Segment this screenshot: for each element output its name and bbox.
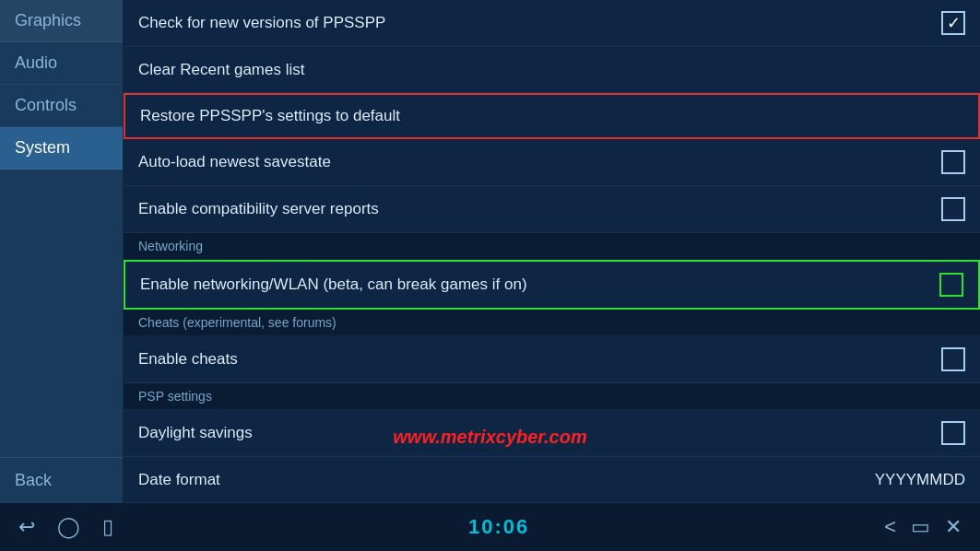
- screen-mirror-icon[interactable]: ▭: [911, 515, 930, 539]
- setting-value-date-format: YYYYMMDD: [875, 471, 965, 489]
- setting-label-auto-load-savestate: Auto-load newest savestate: [138, 153, 941, 171]
- setting-row-check-versions[interactable]: Check for new versions of PPSSPP✓: [124, 0, 980, 47]
- sidebar: Graphics Audio Controls System Back: [0, 0, 124, 503]
- checkbox-check-versions[interactable]: ✓: [941, 11, 965, 35]
- close-icon[interactable]: ✕: [945, 515, 962, 539]
- checkbox-daylight-savings[interactable]: [941, 421, 965, 445]
- setting-label-enable-cheats: Enable cheats: [138, 350, 941, 369]
- settings-list: Check for new versions of PPSSPP✓Clear R…: [124, 0, 980, 503]
- setting-label-restore-settings: Restore PPSSPP's settings to default: [140, 107, 963, 125]
- settings-content: Check for new versions of PPSSPP✓Clear R…: [124, 0, 980, 503]
- section-header-networking-header: Networking: [124, 233, 980, 260]
- sidebar-item-audio[interactable]: Audio: [0, 42, 123, 85]
- section-header-cheats-header: Cheats (experimental, see forums): [124, 310, 980, 336]
- setting-label-date-format: Date format: [138, 471, 860, 489]
- sidebar-item-system[interactable]: System: [0, 127, 123, 170]
- setting-label-check-versions: Check for new versions of PPSSPP: [138, 14, 941, 32]
- sidebar-item-controls[interactable]: Controls: [0, 85, 123, 127]
- recent-apps-icon[interactable]: ▯: [102, 515, 113, 539]
- setting-row-daylight-savings[interactable]: Daylight savings: [124, 410, 980, 457]
- setting-row-date-format[interactable]: Date formatYYYYMMDD: [124, 457, 980, 503]
- setting-label-enable-compat: Enable compatibility server reports: [138, 200, 941, 218]
- setting-row-enable-networking[interactable]: Enable networking/WLAN (beta, can break …: [124, 260, 980, 310]
- home-icon[interactable]: ◯: [57, 515, 80, 539]
- setting-row-enable-compat[interactable]: Enable compatibility server reports: [124, 186, 980, 233]
- bottom-left-icons: ↩ ◯ ▯: [18, 515, 113, 539]
- setting-row-clear-recent[interactable]: Clear Recent games list: [124, 47, 980, 93]
- bottom-right-icons: < ▭ ✕: [884, 515, 962, 539]
- clock: 10:06: [468, 515, 529, 539]
- section-header-psp-header: PSP settings: [124, 383, 980, 410]
- setting-label-clear-recent: Clear Recent games list: [138, 61, 965, 79]
- sidebar-item-graphics[interactable]: Graphics: [0, 0, 123, 42]
- checkbox-enable-compat[interactable]: [941, 197, 965, 221]
- setting-label-daylight-savings: Daylight savings: [138, 424, 941, 442]
- setting-row-enable-cheats[interactable]: Enable cheats: [124, 336, 980, 383]
- back-arrow-icon[interactable]: ↩: [18, 515, 35, 539]
- back-button[interactable]: Back: [0, 457, 123, 503]
- setting-row-auto-load-savestate[interactable]: Auto-load newest savestate: [124, 139, 980, 186]
- checkbox-enable-cheats[interactable]: [941, 347, 965, 371]
- bottom-bar: ↩ ◯ ▯ 10:06 < ▭ ✕: [0, 503, 980, 551]
- setting-label-enable-networking: Enable networking/WLAN (beta, can break …: [140, 276, 939, 294]
- checkbox-auto-load-savestate[interactable]: [941, 150, 965, 174]
- checkbox-enable-networking[interactable]: [939, 273, 963, 297]
- setting-row-restore-settings[interactable]: Restore PPSSPP's settings to default: [124, 93, 980, 139]
- share-icon[interactable]: <: [884, 515, 896, 539]
